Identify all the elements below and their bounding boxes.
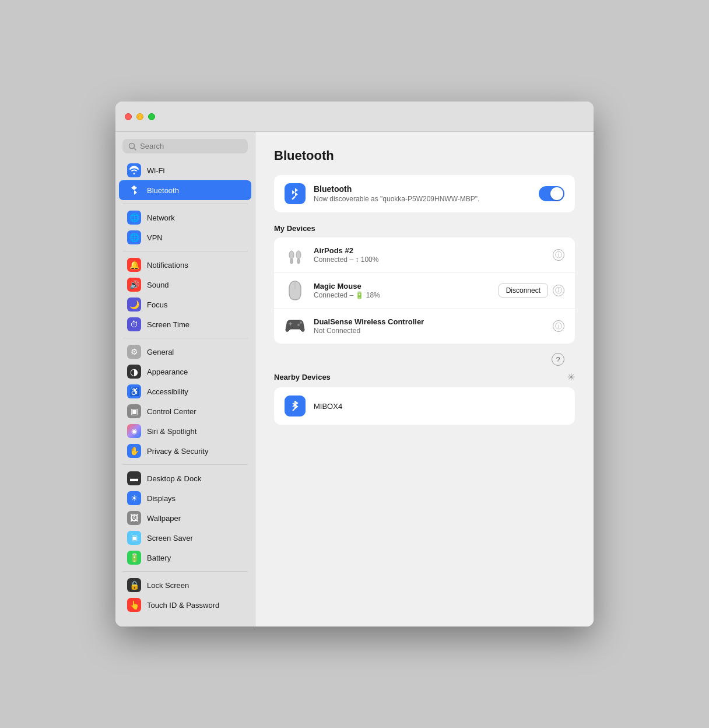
airpods-info-button[interactable]: ⓘ bbox=[553, 249, 564, 261]
my-devices-title: My Devices bbox=[274, 224, 575, 233]
magic-mouse-status: Connected – 🔋 18% bbox=[314, 291, 490, 299]
sidebar-item-screentime-label: Screen Time bbox=[147, 320, 189, 329]
touchid-icon: 👆 bbox=[127, 598, 141, 612]
privacy-icon: ✋ bbox=[127, 444, 141, 458]
svg-line-2 bbox=[292, 197, 295, 200]
help-button[interactable]: ? bbox=[552, 353, 564, 366]
sidebar-item-general[interactable]: ⚙ General bbox=[119, 342, 251, 362]
sidebar-section-system: ⚙ General ◑ Appearance ♿ Accessibility ▣… bbox=[115, 342, 255, 461]
nearby-device-mibox4[interactable]: MIBOX4 bbox=[274, 387, 575, 425]
divider-1 bbox=[122, 204, 248, 204]
bluetooth-label: Bluetooth bbox=[314, 184, 531, 194]
sidebar-item-lockscreen[interactable]: 🔒 Lock Screen bbox=[119, 575, 251, 595]
wallpaper-icon: 🖼 bbox=[127, 511, 141, 525]
svg-point-3 bbox=[289, 251, 294, 259]
sidebar-section-security: 🔒 Lock Screen 👆 Touch ID & Password bbox=[115, 575, 255, 615]
focus-icon: 🌙 bbox=[127, 298, 141, 312]
device-row-magic-mouse: Magic Mouse Connected – 🔋 18% Disconnect… bbox=[274, 273, 575, 309]
sidebar-item-touchid-label: Touch ID & Password bbox=[147, 601, 219, 610]
sidebar-item-wifi-label: Wi-Fi bbox=[147, 166, 164, 175]
vpn-icon: 🌐 bbox=[127, 230, 141, 244]
displays-icon: ☀ bbox=[127, 491, 141, 505]
sidebar-section-display: ▬ Desktop & Dock ☀ Displays 🖼 Wallpaper … bbox=[115, 468, 255, 568]
divider-4 bbox=[122, 464, 248, 465]
bluetooth-toggle[interactable] bbox=[539, 186, 564, 201]
sidebar-item-wallpaper[interactable]: 🖼 Wallpaper bbox=[119, 508, 251, 528]
dualsense-actions: ⓘ bbox=[553, 320, 564, 332]
sidebar-section-network1: Wi-Fi Bluetooth bbox=[115, 160, 255, 200]
help-row: ? bbox=[274, 349, 575, 372]
sidebar-item-displays-label: Displays bbox=[147, 494, 176, 503]
sidebar-item-focus[interactable]: 🌙 Focus bbox=[119, 295, 251, 314]
sidebar-item-network[interactable]: 🌐 Network bbox=[119, 208, 251, 228]
loading-spinner: ✳ bbox=[567, 372, 575, 383]
magic-mouse-name: Magic Mouse bbox=[314, 282, 490, 290]
siri-icon: ◉ bbox=[127, 424, 141, 438]
sidebar-item-wallpaper-label: Wallpaper bbox=[147, 514, 181, 523]
sidebar-item-accessibility[interactable]: ♿ Accessibility bbox=[119, 382, 251, 401]
sidebar-item-touchid[interactable]: 👆 Touch ID & Password bbox=[119, 595, 251, 615]
bluetooth-toggle-card: Bluetooth Now discoverable as "quokka-P5… bbox=[274, 175, 575, 212]
sidebar-item-displays[interactable]: ☀ Displays bbox=[119, 488, 251, 508]
network-icon: 🌐 bbox=[127, 211, 141, 225]
close-button[interactable] bbox=[125, 113, 132, 120]
search-input[interactable] bbox=[140, 142, 242, 150]
dualsense-status: Not Connected bbox=[314, 327, 545, 335]
airpods-icon bbox=[285, 244, 306, 265]
divider-2 bbox=[122, 251, 248, 251]
device-row-dualsense: DualSense Wireless Controller Not Connec… bbox=[274, 309, 575, 344]
nearby-devices-header: Nearby Devices ✳ bbox=[274, 372, 575, 383]
sidebar-item-controlcenter[interactable]: ▣ Control Center bbox=[119, 401, 251, 421]
magic-mouse-info-button[interactable]: ⓘ bbox=[553, 285, 564, 296]
sidebar-item-accessibility-label: Accessibility bbox=[147, 387, 188, 396]
sidebar-item-desktop[interactable]: ▬ Desktop & Dock bbox=[119, 468, 251, 488]
sidebar-item-screensaver[interactable]: ▣ Screen Saver bbox=[119, 528, 251, 548]
sidebar-item-screensaver-label: Screen Saver bbox=[147, 534, 193, 542]
sidebar-item-sound-label: Sound bbox=[147, 281, 169, 289]
search-bar[interactable] bbox=[122, 139, 248, 153]
minimize-button[interactable] bbox=[136, 113, 143, 120]
sidebar-item-privacy[interactable]: ✋ Privacy & Security bbox=[119, 441, 251, 461]
svg-point-8 bbox=[300, 321, 302, 324]
mibox4-name: MIBOX4 bbox=[314, 402, 342, 411]
dualsense-icon bbox=[285, 316, 306, 337]
dualsense-name: DualSense Wireless Controller bbox=[314, 317, 545, 326]
sidebar-item-vpn[interactable]: 🌐 VPN bbox=[119, 228, 251, 247]
svg-point-7 bbox=[297, 324, 300, 326]
svg-rect-5 bbox=[290, 259, 293, 264]
sidebar-item-siri-label: Siri & Spotlight bbox=[147, 427, 196, 436]
sidebar-item-desktop-label: Desktop & Dock bbox=[147, 474, 201, 483]
device-row-airpods: AirPods #2 Connected – ↕ 100% ⓘ bbox=[274, 237, 575, 273]
sidebar-item-notifications-label: Notifications bbox=[147, 261, 188, 270]
nearby-devices-title: Nearby Devices bbox=[274, 373, 331, 382]
dualsense-info: DualSense Wireless Controller Not Connec… bbox=[314, 317, 545, 335]
sidebar-item-lockscreen-label: Lock Screen bbox=[147, 581, 189, 590]
sidebar-item-siri[interactable]: ◉ Siri & Spotlight bbox=[119, 421, 251, 441]
svg-line-11 bbox=[293, 408, 295, 411]
sidebar-item-network-label: Network bbox=[147, 214, 175, 222]
mibox4-bluetooth-icon bbox=[285, 396, 306, 416]
sidebar-item-appearance[interactable]: ◑ Appearance bbox=[119, 362, 251, 382]
appearance-icon: ◑ bbox=[127, 365, 141, 379]
svg-point-4 bbox=[296, 251, 301, 259]
sidebar-item-battery[interactable]: 🔋 Battery bbox=[119, 548, 251, 568]
sidebar: Wi-Fi Bluetooth 🌐 Network 🌐 V bbox=[115, 132, 255, 626]
sidebar-item-screentime[interactable]: ⏱ Screen Time bbox=[119, 314, 251, 334]
sidebar-item-general-label: General bbox=[147, 348, 174, 356]
titlebar bbox=[115, 102, 594, 132]
sidebar-item-sound[interactable]: 🔊 Sound bbox=[119, 275, 251, 295]
sidebar-item-bluetooth[interactable]: Bluetooth bbox=[119, 180, 251, 200]
sidebar-item-wifi[interactable]: Wi-Fi bbox=[119, 160, 251, 180]
sidebar-section-alerts: 🔔 Notifications 🔊 Sound 🌙 Focus ⏱ Screen… bbox=[115, 255, 255, 334]
system-preferences-window: Wi-Fi Bluetooth 🌐 Network 🌐 V bbox=[115, 102, 594, 626]
bluetooth-toggle-row: Bluetooth Now discoverable as "quokka-P5… bbox=[274, 175, 575, 212]
sidebar-item-notifications[interactable]: 🔔 Notifications bbox=[119, 255, 251, 275]
dualsense-info-button[interactable]: ⓘ bbox=[553, 320, 564, 332]
screensaver-icon: ▣ bbox=[127, 531, 141, 545]
desktop-icon: ▬ bbox=[127, 471, 141, 485]
disconnect-button[interactable]: Disconnect bbox=[499, 284, 548, 298]
my-devices-list: AirPods #2 Connected – ↕ 100% ⓘ bbox=[274, 237, 575, 344]
divider-5 bbox=[122, 571, 248, 572]
airpods-name: AirPods #2 bbox=[314, 246, 545, 255]
maximize-button[interactable] bbox=[148, 113, 155, 120]
